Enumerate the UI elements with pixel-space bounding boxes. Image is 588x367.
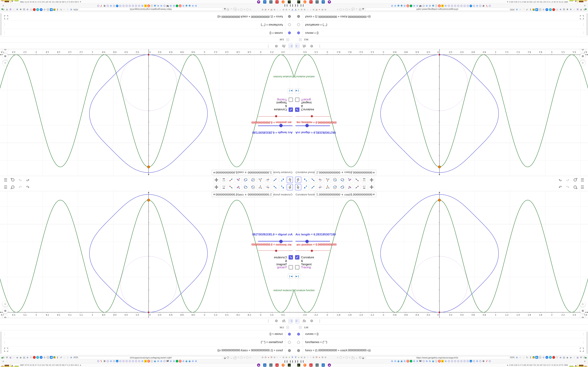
tool-ellipse-button[interactable]: [339, 177, 346, 183]
algebra-view-icon[interactable]: [289, 319, 293, 323]
tab-dot-icon[interactable]: [244, 357, 245, 358]
tool-polygon-button[interactable]: [257, 177, 264, 183]
arc-position-slider[interactable]: [295, 250, 330, 251]
url-field[interactable]: https://www.geogebra.org/classic/aagcxh3…: [79, 8, 223, 11]
shield-badge-icon[interactable]: ◆: [16, 356, 18, 359]
globe-icon[interactable]: ⊕: [282, 356, 285, 359]
more-options-icon[interactable]: ⋮: [318, 319, 321, 323]
google-g-icon[interactable]: G: [141, 5, 144, 7]
tool-reflect-about-line-button[interactable]: [228, 184, 234, 190]
fullscreen-icon[interactable]: [579, 15, 584, 20]
visibility-toggle-curves[interactable]: [288, 333, 291, 335]
geogebra-icon[interactable]: ⬡: [122, 360, 125, 362]
globe-icon[interactable]: ○: [12, 8, 15, 11]
visibility-toggle-funcNames[interactable]: [297, 341, 300, 344]
globe-icon[interactable]: ⊕: [312, 8, 315, 11]
shield-badge-icon[interactable]: ◆: [570, 356, 572, 359]
zero-badge-icon[interactable]: 0: [539, 356, 541, 359]
trash-icon[interactable]: ⍗: [29, 8, 32, 11]
undo-icon[interactable]: ↶: [558, 177, 563, 183]
sphere-icon[interactable]: ◉: [188, 5, 191, 7]
star-icon[interactable]: ☆: [66, 356, 69, 359]
tool-perpendicular-line-button[interactable]: [265, 177, 271, 183]
tool-line-button[interactable]: [310, 184, 316, 190]
lo-shield-icon[interactable]: ◆: [566, 8, 569, 11]
gear-icon[interactable]: ⚙: [264, 8, 267, 11]
arc-length-slider[interactable]: [258, 241, 293, 242]
tab-dot-icon[interactable]: [343, 357, 344, 358]
bot-app-icon[interactable]: ◉: [257, 364, 260, 367]
reload-icon[interactable]: ↻: [60, 8, 62, 11]
visibility-toggle-funcNames[interactable]: [288, 23, 291, 26]
geogebra-icon[interactable]: ⬡: [454, 360, 456, 362]
chat-icon[interactable]: …: [469, 360, 472, 362]
folder-icon[interactable]: [352, 357, 354, 359]
collapse-list-button[interactable]: −: [286, 326, 289, 329]
google-g-icon[interactable]: G: [169, 5, 172, 7]
menu-icon[interactable]: ☰: [580, 177, 585, 183]
fred-icon[interactable]: f: [100, 360, 103, 362]
yandex-icon[interactable]: Я: [406, 360, 409, 362]
geogebra-icon[interactable]: ⬡: [451, 360, 453, 362]
fx-icon[interactable]: fx: [303, 319, 306, 323]
arc-position-slider[interactable]: [258, 116, 293, 117]
forward-arrow-icon[interactable]: →: [63, 356, 66, 359]
tool-perpendicular-line-button[interactable]: [317, 184, 323, 190]
gear-icon[interactable]: ⚙: [482, 360, 485, 362]
search-icon[interactable]: [10, 184, 15, 190]
arc-position-slider-knob[interactable]: [311, 250, 313, 252]
geogebra-icon[interactable]: ⬡: [448, 5, 450, 7]
chat-icon[interactable]: …: [469, 5, 472, 7]
globe-icon[interactable]: ⊕: [303, 8, 306, 11]
globe-icon[interactable]: ⊕: [261, 356, 264, 359]
tab-dot-icon[interactable]: [339, 8, 342, 11]
tool-point-button[interactable]: A: [303, 177, 309, 183]
arc-length-slider-knob[interactable]: [279, 124, 283, 127]
bot-app-icon[interactable]: ◉: [328, 364, 331, 367]
arc-length-slider[interactable]: [258, 125, 293, 126]
add-circle-icon[interactable]: +: [545, 356, 548, 359]
folder-icon[interactable]: [352, 8, 354, 10]
lo-shield-icon[interactable]: ◆: [19, 356, 22, 359]
google-g-icon[interactable]: G: [157, 5, 159, 7]
zoom-in-icon[interactable]: ⊕: [580, 308, 586, 314]
curvature-tangent-checkbox[interactable]: ✓: [295, 108, 299, 112]
collapse-chevron-icon[interactable]: ∧: [584, 5, 586, 7]
graphics-view[interactable]: -2.4-2.2-2-1.8-1.6-1.4-1.2-1-0.8-0.6-0.4…: [294, 49, 588, 176]
back-arrow-icon[interactable]: ←: [230, 8, 233, 11]
tools-icon[interactable]: ⚒: [315, 8, 318, 11]
trash-icon[interactable]: ⍗: [556, 356, 559, 359]
fullscreen-icon[interactable]: [579, 347, 584, 352]
collapse-chevron-icon[interactable]: ∧: [2, 5, 4, 7]
forward-arrow-icon[interactable]: →: [63, 8, 66, 11]
tab-dot-icon[interactable]: [250, 357, 251, 358]
shield-badge-icon[interactable]: ◆: [16, 8, 18, 11]
arc-length-slider-knob[interactable]: [279, 240, 283, 243]
row-options-icon[interactable]: ⋮: [582, 23, 585, 26]
geogebra-icon[interactable]: ⬡: [97, 5, 100, 7]
trash-icon[interactable]: ⍗: [29, 356, 32, 359]
search-icon[interactable]: [10, 177, 15, 183]
arc-length-slider[interactable]: [295, 241, 330, 242]
globe-icon[interactable]: ○: [573, 8, 576, 11]
google-g-icon[interactable]: G: [476, 360, 478, 362]
wikipedia-icon[interactable]: W: [166, 360, 169, 362]
yandex-icon[interactable]: Я: [179, 5, 182, 7]
tray-chevron-icon[interactable]: ∧: [507, 1, 508, 3]
row-options-icon[interactable]: ⋮: [3, 31, 6, 35]
download-icon[interactable]: ↧: [56, 356, 59, 359]
page-zoom-level[interactable]: 81%: [510, 8, 515, 11]
lo-shield-icon[interactable]: ◆: [566, 356, 569, 359]
more-options-icon[interactable]: ⋮: [267, 319, 270, 323]
translator-app-icon[interactable]: A: [535, 8, 538, 11]
google-g-icon[interactable]: G: [141, 360, 144, 362]
firefox-icon[interactable]: ●: [267, 8, 270, 11]
google-g-icon[interactable]: G: [413, 360, 415, 362]
firefox-app-icon[interactable]: [303, 0, 306, 3]
lo-shield-icon[interactable]: ◆: [19, 8, 22, 11]
tool-point-button[interactable]: A: [303, 184, 309, 190]
redo-icon[interactable]: ↷: [18, 184, 23, 190]
image-icon[interactable]: ▲: [441, 360, 444, 362]
google-g-icon[interactable]: G: [403, 360, 406, 362]
curvature-function-dropdown[interactable]: 1.000000000000 + cos(4.000000000000 x) ▼: [315, 170, 376, 175]
